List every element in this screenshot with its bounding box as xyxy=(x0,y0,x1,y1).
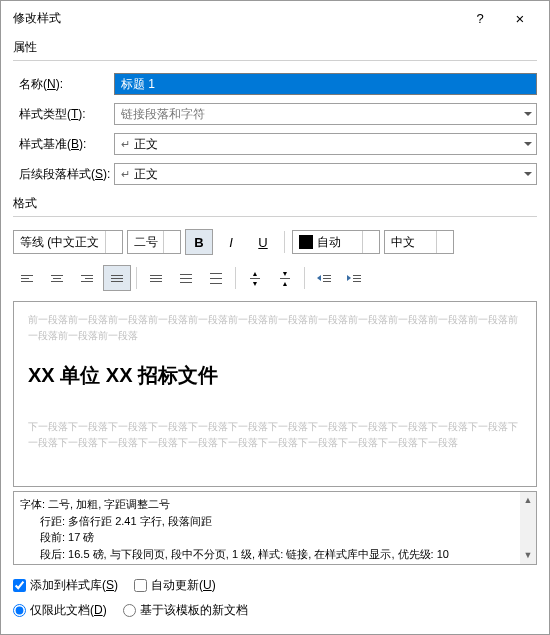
align-center-button[interactable] xyxy=(43,265,71,291)
row-following: 后续段落样式(S): ↵正文 xyxy=(1,159,549,189)
align-left-icon xyxy=(21,275,33,282)
line-spacing-2-button[interactable] xyxy=(202,265,230,291)
format-toolbar-1: 等线 (中文正文 二号 B I U 自动 中文 xyxy=(1,225,549,259)
row-based-on: 样式基准(B): ↵正文 xyxy=(1,129,549,159)
color-swatch-icon xyxy=(299,235,313,249)
scrollbar[interactable]: ▲ ▼ xyxy=(520,492,536,564)
desc-line-3: 段前: 17 磅 xyxy=(20,529,530,546)
help-button[interactable]: ? xyxy=(461,7,499,29)
divider xyxy=(13,60,537,61)
preview-sample-text: XX 单位 XX 招标文件 xyxy=(28,362,522,389)
style-type-label: 样式类型(T): xyxy=(19,106,114,123)
align-center-icon xyxy=(51,275,63,282)
name-label: 名称(N): xyxy=(19,76,114,93)
titlebar: 修改样式 ? × xyxy=(1,1,549,33)
dialog-title: 修改样式 xyxy=(13,10,61,27)
window-controls: ? × xyxy=(461,7,539,29)
divider xyxy=(13,216,537,217)
row-name: 名称(N): xyxy=(1,69,549,99)
style-type-value: 链接段落和字符 xyxy=(121,106,205,123)
indent-decrease-icon xyxy=(317,275,331,282)
separator xyxy=(136,267,137,289)
format-toolbar-2: ▲▼ ▼▲ xyxy=(1,259,549,297)
spacing-icon xyxy=(210,273,222,284)
indent-decrease-button[interactable] xyxy=(310,265,338,291)
preview-context-before: 前一段落前一段落前一段落前一段落前一段落前一段落前一段落前一段落前一段落前一段落… xyxy=(28,312,522,344)
indent-increase-button[interactable] xyxy=(340,265,368,291)
scroll-down-icon: ▼ xyxy=(524,547,533,565)
underline-button[interactable]: U xyxy=(249,229,277,255)
name-input[interactable] xyxy=(114,73,537,95)
scroll-up-icon: ▲ xyxy=(524,492,533,510)
desc-line-1: 字体: 二号, 加粗, 字距调整二号 xyxy=(20,496,530,513)
indent-increase-icon xyxy=(347,275,361,282)
following-label: 后续段落样式(S): xyxy=(19,166,114,183)
section-properties-label: 属性 xyxy=(1,33,549,58)
following-value: ↵正文 xyxy=(121,166,158,183)
space-before-dec-button[interactable]: ▼▲ xyxy=(271,265,299,291)
font-lang-value: 中文 xyxy=(391,234,415,251)
separator xyxy=(304,267,305,289)
spacing-icon xyxy=(150,275,162,282)
align-right-button[interactable] xyxy=(73,265,101,291)
chevron-down-icon xyxy=(524,142,532,146)
preview-context-after: 下一段落下一段落下一段落下一段落下一段落下一段落下一段落下一段落下一段落下一段落… xyxy=(28,419,522,451)
only-this-doc-radio[interactable]: 仅限此文档(D) xyxy=(13,602,107,619)
font-color-select[interactable]: 自动 xyxy=(292,230,380,254)
based-on-value: ↵正文 xyxy=(121,136,158,153)
based-on-select[interactable]: ↵正文 xyxy=(114,133,537,155)
auto-update-checkbox[interactable]: 自动更新(U) xyxy=(134,577,216,594)
para-space-icon: ▲▼ xyxy=(250,270,260,287)
description-box: 字体: 二号, 加粗, 字距调整二号 行距: 多倍行距 2.41 字行, 段落间… xyxy=(13,491,537,565)
align-justify-button[interactable] xyxy=(103,265,131,291)
line-spacing-1-button[interactable] xyxy=(142,265,170,291)
align-justify-icon xyxy=(111,275,123,282)
font-size-select[interactable]: 二号 xyxy=(127,230,181,254)
checkbox-row: 添加到样式库(S) 自动更新(U) xyxy=(1,569,549,598)
chevron-down-icon xyxy=(524,112,532,116)
chevron-down-icon xyxy=(524,172,532,176)
style-type-select[interactable]: 链接段落和字符 xyxy=(114,103,537,125)
desc-line-4: 段后: 16.5 磅, 与下段同页, 段中不分页, 1 级, 样式: 链接, 在… xyxy=(20,546,530,563)
bold-button[interactable]: B xyxy=(185,229,213,255)
modify-style-dialog: 修改样式 ? × 属性 名称(N): 样式类型(T): 链接段落和字符 样式基准… xyxy=(0,0,550,635)
font-family-select[interactable]: 等线 (中文正文 xyxy=(13,230,123,254)
align-right-icon xyxy=(81,275,93,282)
section-format-label: 格式 xyxy=(1,189,549,214)
close-button[interactable]: × xyxy=(501,7,539,29)
font-family-value: 等线 (中文正文 xyxy=(20,234,99,251)
following-select[interactable]: ↵正文 xyxy=(114,163,537,185)
desc-line-2: 行距: 多倍行距 2.41 字行, 段落间距 xyxy=(20,513,530,530)
font-color-value: 自动 xyxy=(299,234,341,251)
template-new-docs-radio[interactable]: 基于该模板的新文档 xyxy=(123,602,248,619)
italic-button[interactable]: I xyxy=(217,229,245,255)
line-spacing-1.5-button[interactable] xyxy=(172,265,200,291)
spacing-icon xyxy=(180,274,192,283)
row-style-type: 样式类型(T): 链接段落和字符 xyxy=(1,99,549,129)
space-before-inc-button[interactable]: ▲▼ xyxy=(241,265,269,291)
preview-pane: 前一段落前一段落前一段落前一段落前一段落前一段落前一段落前一段落前一段落前一段落… xyxy=(13,301,537,487)
separator xyxy=(284,231,285,253)
radio-row: 仅限此文档(D) 基于该模板的新文档 xyxy=(1,598,549,625)
add-to-gallery-checkbox[interactable]: 添加到样式库(S) xyxy=(13,577,118,594)
separator xyxy=(235,267,236,289)
based-on-label: 样式基准(B): xyxy=(19,136,114,153)
font-lang-select[interactable]: 中文 xyxy=(384,230,454,254)
font-size-value: 二号 xyxy=(134,234,158,251)
align-left-button[interactable] xyxy=(13,265,41,291)
para-space-icon: ▼▲ xyxy=(280,270,290,287)
